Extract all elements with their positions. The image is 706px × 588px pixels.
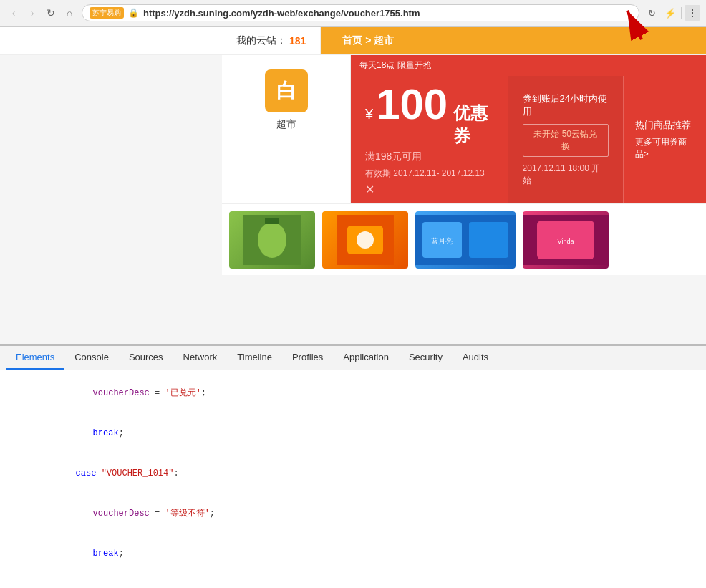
code-line-6: } (0, 574, 706, 588)
coupon-symbol: ¥ (365, 106, 373, 122)
yunzuan-label: 我的云钻： (236, 34, 286, 47)
devtools-content: voucherDesc = '已兑元'; break; case "VOUCHE… (0, 370, 706, 588)
svg-point-3 (258, 222, 286, 258)
home-button[interactable]: ⌂ (62, 5, 77, 21)
browser-toolbar: ‹ › ↻ ⌂ 苏宁易购 🔒 https://yzdh.suning.com/y… (0, 0, 706, 26)
yunzuan-bar: 我的云钻： 181 (222, 27, 321, 54)
left-panel: 白 超市 (222, 55, 351, 203)
product-item-3[interactable]: 蓝月亮 (415, 211, 516, 269)
lightning-icon[interactable]: ⚡ (662, 5, 678, 21)
coupon-value: 100 (376, 83, 448, 126)
back-button[interactable]: ‹ (6, 5, 21, 21)
address-bar[interactable]: 苏宁易购 🔒 https://yzdh.suning.com/yzdh-web/… (82, 4, 639, 21)
svg-text:Vinda: Vinda (558, 238, 574, 245)
page-nav: 我的云钻： 181 首页 > 超市 (0, 27, 706, 55)
coupon-main: ¥ 100 优惠券 满198元可用 有效期 2017.12.11- 2017.1… (351, 76, 706, 203)
tab-elements[interactable]: Elements (6, 346, 64, 370)
code-line-5: break; (0, 534, 706, 574)
exchange-button[interactable]: 未开始 50云钻兑换 (523, 124, 609, 157)
code-line-4: voucherDesc = '等级不符'; (0, 493, 706, 534)
tab-sources[interactable]: Sources (119, 346, 173, 370)
coupon-header: 每天18点 限量开抢 (351, 55, 706, 76)
address-text: https://yzdh.suning.com/yzdh-web/exchang… (143, 8, 632, 19)
code-line-3: case "VOUCHER_1014": (0, 453, 706, 493)
svg-rect-10 (469, 222, 508, 258)
store-icon: 白 (265, 69, 308, 112)
coupon-use-info: 券到账后24小时内使用 (523, 92, 609, 118)
product-image-2 (322, 211, 408, 269)
yunzuan-count: 181 (289, 35, 306, 47)
product-image-1 (229, 211, 315, 269)
tab-network[interactable]: Network (173, 346, 228, 370)
store-name: 超市 (276, 118, 296, 131)
coupon-right: 券到账后24小时内使用 未开始 50云钻兑换 2017.12.11 18:00 … (508, 76, 623, 203)
reload-button[interactable]: ↻ (43, 5, 59, 21)
close-button[interactable]: ✕ (365, 183, 493, 196)
devtools-tabs: Elements Console Sources Network Timelin… (0, 346, 706, 370)
products-area: 蓝月亮 Vinda (222, 203, 706, 275)
code-line-1: voucherDesc = '已兑元'; (0, 373, 706, 413)
breadcrumb: 首页 > 超市 (321, 27, 706, 54)
hot-products-section: 热门商品推荐 更多可用券商品> (623, 76, 706, 203)
coupon-min: 满198元可用 (365, 150, 493, 163)
hot-products-label: 热门商品推荐 (635, 119, 691, 132)
coupon-validity: 有效期 2017.12.11- 2017.12.13 (365, 168, 493, 180)
nav-buttons: ‹ › ↻ ⌂ (6, 5, 77, 21)
product-image-4: Vinda (523, 211, 609, 269)
tab-timeline[interactable]: Timeline (227, 346, 282, 370)
main-area: 白 超市 每天18点 限量开抢 ¥ 100 优惠券 满198元可用 有效期 20… (222, 55, 706, 203)
toolbar-actions: ↻ ⚡ ⋮ (644, 5, 700, 21)
coupon-time: 2017.12.11 18:00 开始 (523, 163, 609, 187)
product-image-3: 蓝月亮 (415, 211, 516, 269)
product-item-4[interactable]: Vinda (523, 211, 609, 269)
forward-button[interactable]: › (24, 5, 40, 21)
refresh-icon[interactable]: ↻ (644, 5, 659, 21)
more-link[interactable]: 更多可用券商品> (635, 136, 695, 160)
lock-icon: 🔒 (128, 8, 139, 18)
svg-rect-4 (265, 218, 279, 224)
page-content: 我的云钻： 181 首页 > 超市 白 超市 每天18点 限量开抢 ¥ (0, 27, 706, 357)
tab-console[interactable]: Console (64, 346, 119, 370)
site-badge: 苏宁易购 (90, 7, 124, 19)
tab-security[interactable]: Security (399, 346, 453, 370)
product-item-2[interactable] (322, 211, 408, 269)
code-line-2: break; (0, 413, 706, 453)
tab-profiles[interactable]: Profiles (282, 346, 333, 370)
svg-point-7 (357, 231, 374, 249)
svg-text:蓝月亮: 蓝月亮 (431, 237, 453, 245)
coupon-section: 每天18点 限量开抢 ¥ 100 优惠券 满198元可用 有效期 2017.12… (351, 55, 706, 203)
coupon-amount: ¥ 100 优惠券 (365, 83, 493, 148)
product-item-1[interactable] (229, 211, 315, 269)
coupon-type-label: 优惠券 (453, 102, 493, 148)
tab-application[interactable]: Application (333, 346, 399, 370)
menu-button[interactable]: ⋮ (685, 5, 700, 21)
browser-chrome: ‹ › ↻ ⌂ 苏宁易购 🔒 https://yzdh.suning.com/y… (0, 0, 706, 27)
devtools: Elements Console Sources Network Timelin… (0, 344, 706, 588)
coupon-left: ¥ 100 优惠券 满198元可用 有效期 2017.12.11- 2017.1… (351, 76, 508, 203)
tab-audits[interactable]: Audits (453, 346, 498, 370)
